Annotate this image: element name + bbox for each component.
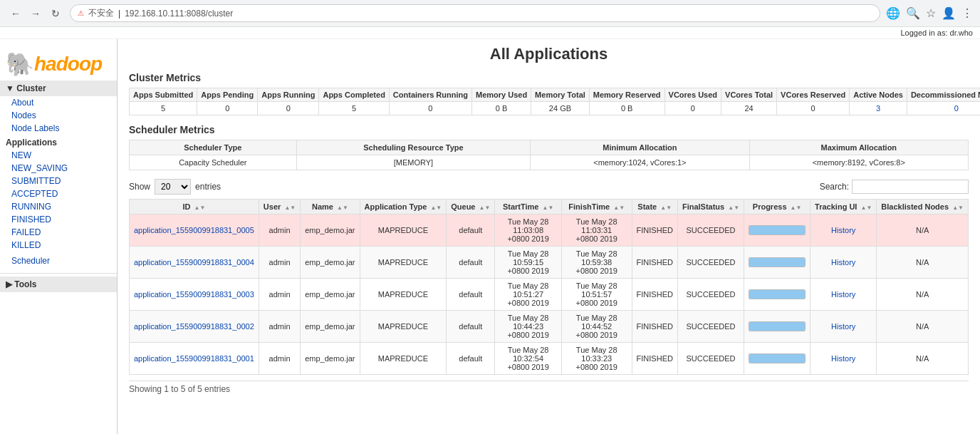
table-row: application_1559009918831_0002 admin emp… bbox=[130, 311, 969, 343]
cell-id[interactable]: application_1559009918831_0004 bbox=[130, 247, 259, 279]
cell-state: FINISHED bbox=[632, 343, 677, 375]
col-queue[interactable]: Queue ▲▼ bbox=[447, 200, 495, 215]
bookmark-icon[interactable]: ☆ bbox=[926, 6, 936, 20]
sidebar-item-node-labels[interactable]: Node Labels bbox=[0, 122, 117, 135]
search-label: Search: bbox=[820, 182, 849, 192]
sched-val-resource-type: [MEMORY] bbox=[296, 155, 531, 170]
sidebar-item-finished[interactable]: FINISHED bbox=[0, 213, 117, 226]
address-url: 192.168.10.111:8088/cluster bbox=[125, 9, 233, 19]
cell-name: emp_demo.jar bbox=[301, 215, 360, 247]
sched-val-max-alloc: <memory:8192, vCores:8> bbox=[749, 155, 968, 170]
table-row: application_1559009918831_0005 admin emp… bbox=[130, 215, 969, 247]
col-final-status[interactable]: FinalStatus ▲▼ bbox=[677, 200, 744, 215]
val-memory-total: 24 GB bbox=[531, 102, 590, 115]
col-state[interactable]: State ▲▼ bbox=[632, 200, 677, 215]
sidebar-item-new-saving[interactable]: NEW_SAVING bbox=[0, 162, 117, 175]
cell-id[interactable]: application_1559009918831_0001 bbox=[130, 343, 259, 375]
sched-col-min-alloc: Minimum Allocation bbox=[531, 140, 749, 155]
col-memory-used: Memory Used bbox=[471, 88, 531, 102]
applications-section-header: Applications bbox=[0, 135, 117, 149]
sidebar-item-nodes[interactable]: Nodes bbox=[0, 109, 117, 122]
security-icon: ⚠ bbox=[78, 9, 84, 17]
forward-button[interactable]: → bbox=[27, 5, 44, 22]
hadoop-logo: hadoop bbox=[34, 53, 102, 76]
address-bar[interactable]: ⚠ 不安全 | 192.168.10.111:8088/cluster bbox=[70, 4, 880, 22]
col-app-type[interactable]: Application Type ▲▼ bbox=[360, 200, 447, 215]
page-title: All Applications bbox=[129, 45, 969, 63]
val-decommissioned-nodes[interactable]: 0 bbox=[907, 102, 980, 115]
col-decommissioned-nodes: Decommissioned Nodes bbox=[907, 88, 980, 102]
cell-state: FINISHED bbox=[632, 215, 677, 247]
col-name[interactable]: Name ▲▼ bbox=[301, 200, 360, 215]
cell-final-status: SUCCEEDED bbox=[677, 311, 744, 343]
table-footer: Showing 1 to 5 of 5 entries bbox=[129, 381, 969, 397]
reload-button[interactable]: ↻ bbox=[47, 5, 64, 22]
col-blacklisted-nodes[interactable]: Blacklisted Nodes ▲▼ bbox=[877, 200, 969, 215]
cell-start-time: Tue May 28 10:44:23 +0800 2019 bbox=[495, 311, 561, 343]
table-row: application_1559009918831_0003 admin emp… bbox=[130, 279, 969, 311]
elephant-icon: 🐘 bbox=[6, 51, 34, 78]
col-start-time[interactable]: StartTime ▲▼ bbox=[495, 200, 561, 215]
cell-tracking-ui[interactable]: History bbox=[810, 215, 877, 247]
cell-blacklisted: N/A bbox=[877, 247, 969, 279]
cell-tracking-ui[interactable]: History bbox=[810, 343, 877, 375]
progress-bar-fill bbox=[749, 226, 805, 234]
entries-select[interactable]: 20 50 100 bbox=[155, 179, 191, 195]
sidebar-item-scheduler[interactable]: Scheduler bbox=[0, 254, 117, 267]
sched-col-type: Scheduler Type bbox=[130, 140, 297, 155]
val-containers-running: 0 bbox=[389, 102, 471, 115]
col-user[interactable]: User ▲▼ bbox=[259, 200, 300, 215]
col-id[interactable]: ID ▲▼ bbox=[130, 200, 259, 215]
menu-icon[interactable]: ⋮ bbox=[961, 6, 973, 20]
apps-header-row: ID ▲▼ User ▲▼ Name ▲▼ Application Type ▲… bbox=[130, 200, 969, 215]
col-apps-running: Apps Running bbox=[258, 88, 319, 102]
tools-section: ▶ Tools bbox=[0, 273, 117, 292]
search-input[interactable] bbox=[852, 180, 969, 194]
tools-section-header[interactable]: ▶ Tools bbox=[0, 277, 117, 292]
browser-nav: ← → ↻ bbox=[7, 5, 64, 22]
col-finish-time[interactable]: FinishTime ▲▼ bbox=[561, 200, 632, 215]
table-row: application_1559009918831_0001 admin emp… bbox=[130, 343, 969, 375]
sched-col-resource-type: Scheduling Resource Type bbox=[296, 140, 531, 155]
progress-bar-container bbox=[749, 321, 806, 331]
translate-icon[interactable]: 🌐 bbox=[886, 6, 900, 20]
col-progress[interactable]: Progress ▲▼ bbox=[744, 200, 810, 215]
account-icon[interactable]: 👤 bbox=[942, 6, 956, 20]
cluster-section-header[interactable]: ▼ Cluster bbox=[0, 81, 117, 96]
val-active-nodes[interactable]: 3 bbox=[850, 102, 907, 115]
sched-col-max-alloc: Maximum Allocation bbox=[749, 140, 968, 155]
sidebar-item-new[interactable]: NEW bbox=[0, 149, 117, 162]
search-icon[interactable]: 🔍 bbox=[906, 6, 920, 20]
sidebar-item-failed[interactable]: FAILED bbox=[0, 226, 117, 239]
cell-id[interactable]: application_1559009918831_0003 bbox=[130, 279, 259, 311]
sidebar-item-about[interactable]: About bbox=[0, 96, 117, 109]
back-button[interactable]: ← bbox=[7, 5, 24, 22]
col-memory-reserved: Memory Reserved bbox=[589, 88, 664, 102]
progress-bar-container bbox=[749, 289, 806, 299]
cell-tracking-ui[interactable]: History bbox=[810, 311, 877, 343]
table-controls: Show 20 50 100 entries Search: bbox=[129, 179, 969, 195]
sidebar-item-accepted[interactable]: ACCEPTED bbox=[0, 187, 117, 200]
sidebar-item-submitted[interactable]: SUBMITTED bbox=[0, 175, 117, 187]
cell-id[interactable]: application_1559009918831_0005 bbox=[130, 215, 259, 247]
col-memory-total: Memory Total bbox=[531, 88, 590, 102]
val-vcores-total: 24 bbox=[721, 102, 777, 115]
sidebar-item-killed[interactable]: KILLED bbox=[0, 239, 117, 252]
val-apps-pending: 0 bbox=[197, 102, 258, 115]
col-active-nodes: Active Nodes bbox=[850, 88, 907, 102]
sidebar-item-running[interactable]: RUNNING bbox=[0, 200, 117, 213]
applications-header-label: Applications bbox=[6, 138, 57, 148]
cell-tracking-ui[interactable]: History bbox=[810, 247, 877, 279]
cell-tracking-ui[interactable]: History bbox=[810, 279, 877, 311]
cell-user: admin bbox=[259, 247, 300, 279]
cell-blacklisted: N/A bbox=[877, 215, 969, 247]
cluster-metrics-title: Cluster Metrics bbox=[129, 72, 969, 83]
col-tracking-ui[interactable]: Tracking UI ▲▼ bbox=[810, 200, 877, 215]
cell-id[interactable]: application_1559009918831_0002 bbox=[130, 311, 259, 343]
show-label: Show bbox=[129, 182, 150, 192]
val-apps-completed: 5 bbox=[319, 102, 389, 115]
cell-progress bbox=[744, 343, 810, 375]
cluster-metrics-header-row: Apps Submitted Apps Pending Apps Running… bbox=[130, 88, 981, 102]
cell-final-status: SUCCEEDED bbox=[677, 343, 744, 375]
cell-progress bbox=[744, 279, 810, 311]
